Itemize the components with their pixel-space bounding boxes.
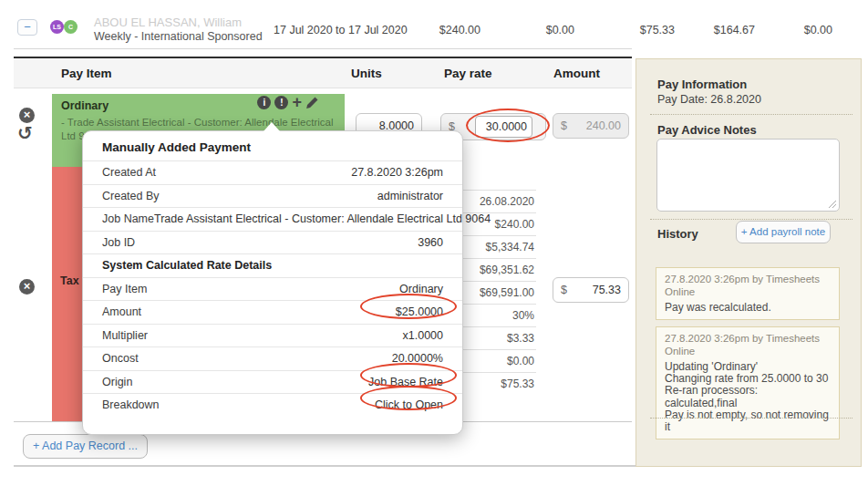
pay-information-panel: Pay Information Pay Date: 26.8.2020 Pay … bbox=[636, 58, 862, 467]
collapse-row-button[interactable]: − bbox=[17, 19, 37, 36]
popup-row-created-at: Created At 27.8.2020 3:26pm bbox=[83, 160, 462, 184]
popup-row-breakdown: Breakdown Click to Open bbox=[83, 393, 462, 417]
pay-rate-input[interactable]: 30.0000 bbox=[475, 116, 532, 138]
tax-detail-value: 26.08.2020 bbox=[456, 191, 536, 213]
history-entry-meta: 27.8.2020 3:26pm by Timesheets Online bbox=[665, 274, 831, 298]
add-icon[interactable]: + bbox=[292, 96, 302, 109]
popup-row-job-name: Job Name Trade Assistant Electrical - Cu… bbox=[83, 207, 462, 231]
popup-row-created-by: Created By administrator bbox=[83, 184, 462, 208]
summary-amount-2: $0.00 bbox=[511, 24, 574, 36]
pay-date: Pay Date: 26.8.2020 bbox=[657, 93, 761, 106]
tax-detail-value: $5,334.74 bbox=[456, 236, 536, 259]
tax-detail-value: $75.33 bbox=[456, 373, 536, 396]
manually-added-payment-popup: Manually Added Payment Created At 27.8.2… bbox=[82, 130, 463, 435]
job-name-link[interactable]: Trade Assistant Electrical - Customer: A… bbox=[154, 212, 491, 225]
history-entry-body: Updating 'Ordinary' Changing rate from 2… bbox=[665, 361, 831, 433]
column-header-pay-item: Pay Item bbox=[61, 58, 112, 88]
popup-row-oncost: Oncost 20.0000% bbox=[83, 346, 462, 370]
resize-handle-icon[interactable] bbox=[828, 200, 837, 209]
summary-divider bbox=[14, 48, 632, 49]
column-header-amount: Amount bbox=[553, 58, 600, 88]
summary-amount-net: $164.67 bbox=[691, 24, 755, 36]
history-entry-meta: 27.8.2020 3:26pm by Timesheets Online bbox=[665, 333, 831, 357]
tax-detail-value: $69,351.62 bbox=[456, 259, 536, 282]
remove-tax-item-icon[interactable]: × bbox=[19, 279, 35, 295]
currency-symbol: $ bbox=[561, 278, 567, 302]
pay-table-header: Pay Item Units Pay rate Amount bbox=[14, 57, 632, 88]
popup-row-multiplier: Multiplier x1.0000 bbox=[83, 324, 462, 347]
tax-detail-value: 30% bbox=[456, 305, 536, 327]
popup-title: Manually Added Payment bbox=[83, 137, 462, 160]
summary-amount-tax: $75.33 bbox=[611, 24, 675, 36]
popup-arrow bbox=[264, 122, 280, 131]
info-icon[interactable]: i bbox=[257, 96, 271, 109]
sidebar-divider bbox=[650, 418, 852, 419]
pay-advice-notes-title: Pay Advice Notes bbox=[657, 123, 757, 137]
history-title: History bbox=[657, 227, 698, 241]
undo-change-icon[interactable]: ↺ bbox=[17, 124, 33, 142]
popup-row-pay-item: Pay Item Ordinary bbox=[83, 277, 462, 301]
amount-value: 240.00 bbox=[586, 114, 621, 138]
employee-pay-schedule: Weekly - International Sponsored bbox=[94, 30, 263, 43]
summary-amount-5: $0.00 bbox=[769, 24, 832, 36]
popup-row-job-id: Job ID 3960 bbox=[83, 231, 462, 254]
edit-pencil-icon[interactable] bbox=[305, 96, 319, 109]
sidebar-divider bbox=[650, 114, 852, 115]
add-payroll-note-button[interactable]: + Add payroll note bbox=[736, 221, 831, 243]
pay-information-title: Pay Information bbox=[657, 78, 747, 91]
pay-period-range: 17 Jul 2020 to 17 Jul 2020 bbox=[274, 24, 408, 36]
currency-symbol: $ bbox=[561, 114, 567, 138]
history-entry-body: Pay was recalculated. bbox=[665, 302, 831, 314]
popup-subheader-rate-details: System Calculated Rate Details bbox=[83, 253, 462, 277]
history-entry: 27.8.2020 3:26pm by Timesheets Online Pa… bbox=[656, 267, 840, 320]
sidebar-divider bbox=[650, 219, 852, 220]
employee-badge-ls: LS bbox=[50, 20, 64, 34]
pay-item-name: Ordinary bbox=[61, 99, 108, 112]
column-header-pay-rate: Pay rate bbox=[444, 58, 492, 88]
tax-amount-value: 75.33 bbox=[593, 278, 621, 302]
pay-advice-notes-textarea[interactable] bbox=[656, 139, 840, 212]
employee-name: ABOU EL HASSAN, William bbox=[94, 16, 242, 29]
breakdown-open-link[interactable]: Click to Open bbox=[375, 398, 443, 411]
warning-icon[interactable]: ! bbox=[274, 96, 288, 109]
add-pay-record-button[interactable]: + Add Pay Record ... bbox=[23, 434, 148, 459]
tax-detail-value: $3.33 bbox=[456, 327, 536, 350]
employee-badge-c: C bbox=[64, 20, 78, 34]
popup-row-origin: Origin Job Base Rate bbox=[83, 370, 462, 394]
column-header-units: Units bbox=[351, 58, 382, 88]
amount-readonly-field: $ 240.00 bbox=[553, 113, 629, 139]
summary-amount-gross: $240.00 bbox=[417, 24, 480, 36]
tax-detail-value: $69,591.00 bbox=[456, 282, 536, 305]
tax-amount-input[interactable]: $ 75.33 bbox=[553, 277, 629, 303]
popup-row-amount: Amount $25.0000 bbox=[83, 300, 462, 324]
remove-pay-item-icon[interactable]: × bbox=[19, 108, 35, 123]
history-entry: 27.8.2020 3:26pm by Timesheets Online Up… bbox=[656, 326, 840, 439]
tax-detail-value: $0.00 bbox=[456, 350, 536, 373]
